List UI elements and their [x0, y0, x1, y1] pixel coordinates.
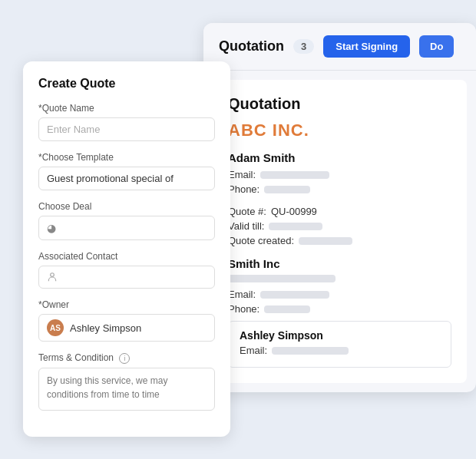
company-name: ABC INC. — [228, 121, 451, 140]
create-quote-panel: Create Quote *Quote Name Enter Name *Cho… — [23, 61, 230, 437]
email-placeholder — [260, 171, 329, 179]
terms-value: By using this service, we may conditions… — [47, 375, 167, 400]
quotation-body: Quotation ABC INC. Adam Smith Email: Pho… — [213, 80, 467, 383]
quote-name-label: *Quote Name — [38, 103, 215, 114]
sub-contact-email-label: Email: — [240, 345, 267, 356]
sub-contact-email-row: Email: — [240, 345, 440, 356]
valid-till-row: Valid till: — [228, 220, 451, 232]
terms-info-icon: i — [119, 353, 130, 364]
sub-contact-email-placeholder — [272, 347, 349, 355]
company-phone-row: Phone: — [228, 303, 451, 315]
adam-smith-name: Adam Smith — [228, 151, 451, 164]
panel-title: Create Quote — [38, 77, 215, 91]
phone-placeholder — [264, 186, 310, 193]
quotation-header-title: Quotation — [219, 38, 284, 54]
quote-created-placeholder — [299, 237, 352, 245]
owner-label: *Owner — [38, 299, 215, 310]
owner-avatar: AS — [47, 319, 64, 336]
company-desc-placeholder — [228, 275, 336, 282]
terms-textarea[interactable]: By using this service, we may conditions… — [38, 368, 215, 411]
quote-name-input[interactable]: Enter Name — [38, 117, 215, 141]
email-label: Email: — [228, 169, 256, 180]
choose-template-group: *Choose Template Guest promotional speci… — [38, 152, 215, 190]
quote-created-label: Quote created: — [228, 235, 294, 246]
start-signing-button[interactable]: Start Signing — [323, 35, 410, 58]
choose-template-value: Guest promotional special of — [47, 173, 174, 184]
phone-row: Phone: — [228, 183, 451, 195]
choose-deal-group: Choose Deal ◕ — [38, 201, 215, 240]
company-email-label: Email: — [228, 289, 256, 300]
owner-group: *Owner AS Ashley Simpson — [38, 299, 215, 342]
owner-input[interactable]: AS Ashley Simpson — [38, 314, 215, 342]
email-row: Email: — [228, 169, 451, 180]
quotation-body-title: Quotation — [228, 95, 451, 113]
company-email-row: Email: — [228, 289, 451, 300]
do-button[interactable]: Do — [419, 35, 454, 58]
company-phone-label: Phone: — [228, 303, 259, 315]
company-email-placeholder — [260, 291, 329, 299]
owner-name: Ashley Simpson — [70, 322, 141, 334]
company-phone-placeholder — [264, 305, 310, 313]
sub-contact-card: Ashley Simpson Email: — [228, 321, 451, 368]
person-icon — [47, 272, 58, 282]
owner-avatar-initials: AS — [50, 324, 61, 332]
associated-contact-label: Associated Contact — [38, 251, 215, 262]
choose-template-input[interactable]: Guest promotional special of — [38, 167, 215, 190]
valid-till-label: Valid till: — [228, 220, 264, 232]
choose-template-label: *Choose Template — [38, 152, 215, 163]
quote-name-group: *Quote Name Enter Name — [38, 103, 215, 141]
associated-contact-group: Associated Contact — [38, 251, 215, 289]
svg-point-0 — [51, 273, 55, 277]
quotation-header: Quotation 3 Start Signing Do — [203, 23, 476, 71]
choose-deal-input[interactable]: ◕ — [38, 216, 215, 240]
quote-number-label: Quote #: — [228, 206, 266, 217]
quote-created-row: Quote created: — [228, 235, 451, 246]
valid-till-placeholder — [269, 223, 322, 230]
terms-group: Terms & Condition i By using this servic… — [38, 352, 215, 411]
quotation-panel: Quotation 3 Start Signing Do Quotation A… — [203, 23, 476, 392]
quote-number-value: QU-00999 — [271, 206, 317, 217]
quote-name-placeholder: Enter Name — [47, 124, 100, 135]
quote-number-row: Quote #: QU-00999 — [228, 206, 451, 217]
quotation-badge: 3 — [293, 39, 314, 54]
terms-label: Terms & Condition i — [38, 352, 215, 364]
associated-contact-input[interactable] — [38, 266, 215, 289]
phone-label: Phone: — [228, 183, 259, 195]
choose-deal-label: Choose Deal — [38, 201, 215, 212]
company-section-title: Smith Inc — [228, 257, 451, 270]
sub-contact-name: Ashley Simpson — [240, 329, 440, 342]
deal-icon: ◕ — [47, 222, 56, 234]
